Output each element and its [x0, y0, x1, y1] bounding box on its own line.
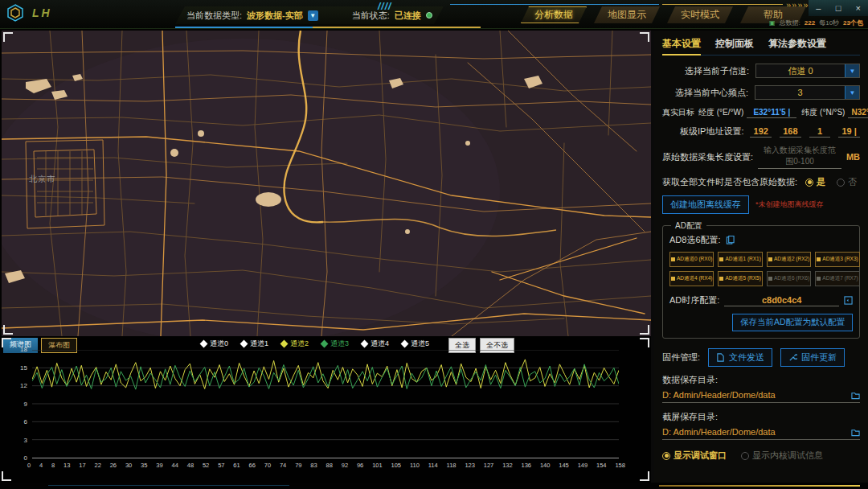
chevron-down-icon: ▼: [845, 64, 859, 77]
ad-group-title: AD配置: [671, 220, 706, 232]
ad-channel-button[interactable]: AD通道6 (RX6): [767, 271, 811, 286]
save-ad-row: 保存当前AD配置为默认配置: [669, 314, 853, 331]
plot-area[interactable]: [32, 350, 619, 458]
channel-label: 选择当前子信道:: [685, 65, 749, 77]
channel-square-icon: [817, 257, 821, 261]
y-tick-label: 6: [2, 418, 27, 425]
data-dir-label: 数据保存目录:: [662, 374, 860, 386]
target-label: 真实目标: [662, 107, 694, 118]
refresh-icon[interactable]: [844, 296, 853, 305]
x-tick-label: 61: [233, 462, 240, 469]
save-ad-config-button[interactable]: 保存当前AD配置为默认配置: [732, 314, 853, 331]
ad-timing-label: AD时序配置:: [669, 294, 719, 306]
file-send-label: 文件发送: [729, 351, 764, 364]
map-corner-bracket: [640, 325, 649, 335]
folder-icon[interactable]: [851, 428, 860, 437]
legend-label: 通道1: [250, 339, 268, 349]
ip-octet-input[interactable]: 192: [750, 126, 772, 138]
legend-item[interactable]: 通道4: [362, 339, 389, 349]
map-roads: [2, 31, 651, 336]
x-tick-label: 48: [187, 462, 194, 469]
firmware-row: 固件管理: 文件发送 固件更新: [662, 348, 860, 367]
x-tick-label: 57: [218, 462, 224, 469]
radio-no[interactable]: 否: [837, 176, 857, 188]
stats-rate-label: 每10秒: [819, 18, 839, 27]
radio-yes[interactable]: 是: [805, 176, 825, 188]
ip-octet-input[interactable]: 1: [809, 126, 831, 138]
freq-label: 选择当前中心频点:: [675, 87, 748, 99]
data-dir-row[interactable]: D: Admin/Header/Dome/data: [662, 388, 860, 403]
channel-square-icon: [768, 277, 772, 281]
x-tick-label: 136: [522, 462, 532, 469]
legend-item[interactable]: 通道1: [241, 339, 268, 349]
file-send-button[interactable]: 文件发送: [708, 348, 772, 367]
channel-square-icon: [817, 277, 821, 281]
channel-row: 选择当前子信道: 信道 0 ▼: [662, 64, 860, 78]
map-corner-bracket: [3, 32, 13, 42]
settings-tab[interactable]: 算法参数设置: [768, 37, 826, 51]
raw-length-input[interactable]: 输入数据采集长度范围0-100: [758, 145, 841, 169]
freq-select[interactable]: 3 ▼: [755, 85, 860, 100]
folder-icon[interactable]: [851, 391, 860, 400]
debug-window-radio[interactable]: 显示调试窗口: [662, 450, 727, 462]
ip-octet-input[interactable]: 168: [780, 126, 801, 138]
radio-unselected-icon: [837, 179, 845, 187]
radio-selected-icon: [805, 179, 813, 187]
x-tick-label: 132: [502, 462, 513, 469]
lon-label: 经度 (°E/°W): [698, 107, 743, 118]
data-type-dropdown-icon[interactable]: ▼: [308, 10, 318, 21]
include-raw-row: 获取全部文件时是否包含原始数据: 是 否: [662, 176, 860, 188]
ad-channel-label: AD通道7 (RX7): [822, 275, 858, 282]
ad-config-group: AD配置 AD8选6配置: AD通道0 (RX0)AD通道1 (RX1)AD通道…: [662, 225, 860, 339]
ip-octet-input[interactable]: 19 |: [838, 126, 860, 138]
deco-line-yellow: [662, 4, 783, 5]
nav-button[interactable]: 实时模式: [667, 6, 733, 23]
close-button[interactable]: ×: [851, 3, 866, 13]
clipboard-icon[interactable]: [726, 236, 735, 244]
lon-input[interactable]: E32°11'5 |: [747, 108, 796, 118]
ad-channel-button[interactable]: AD通道1 (RX1): [718, 252, 762, 267]
include-raw-label: 获取全部文件时是否包含原始数据:: [662, 176, 797, 188]
legend-label: 通道3: [330, 339, 349, 349]
ad-channel-button[interactable]: AD通道5 (RX5): [718, 271, 762, 286]
x-tick-label: 17: [79, 462, 85, 469]
freq-row: 选择当前中心频点: 3 ▼: [662, 85, 860, 100]
ad-channel-button[interactable]: AD通道0 (RX0): [669, 252, 714, 267]
ad-channel-label: AD通道3 (RX3): [822, 256, 858, 263]
x-tick-label: 22: [95, 462, 101, 469]
create-offline-map-button[interactable]: 创建地图离线缓存: [662, 195, 749, 214]
ad-channel-button[interactable]: AD通道7 (RX7): [815, 271, 859, 286]
app-logo: LH: [6, 4, 52, 22]
ad-timing-input[interactable]: c8d0c4c4: [724, 295, 839, 306]
legend-item[interactable]: 通道3: [321, 339, 349, 349]
kernel-debug-radio[interactable]: 显示内核调试信息: [741, 450, 823, 462]
ad-channel-button[interactable]: AD通道4 (RX4): [669, 271, 714, 286]
chart-corner-bracket: [640, 471, 649, 481]
channel-select[interactable]: 信道 0 ▼: [755, 64, 860, 78]
firmware-update-button[interactable]: 固件更新: [780, 348, 845, 367]
maximize-button[interactable]: □: [831, 3, 845, 13]
map-view[interactable]: 北京市: [2, 31, 651, 336]
nav-button[interactable]: 地图显示: [594, 6, 660, 23]
ad-channel-button[interactable]: AD通道2 (RX2): [767, 252, 811, 267]
waveform-svg: [32, 350, 619, 458]
map-corner-bracket: [3, 325, 13, 335]
legend-item[interactable]: 通道2: [281, 339, 309, 349]
bottom-deco-yellow: [659, 485, 860, 487]
ad-channel-label: AD通道0 (RX0): [677, 256, 712, 263]
screenshot-dir-row[interactable]: D: Admin/Header/Dome/data: [662, 425, 860, 440]
channel-square-icon: [768, 257, 772, 261]
settings-tab[interactable]: 基本设置: [662, 37, 701, 51]
legend-item[interactable]: 通道0: [201, 339, 228, 349]
radio-selected-icon: [662, 452, 670, 460]
minimize-button[interactable]: –: [811, 3, 825, 13]
bottom-deco-blue: [48, 485, 289, 486]
screenshot-dir-label: 截屏保存目录:: [662, 411, 860, 423]
ad-channel-button[interactable]: AD通道3 (RX3): [815, 252, 859, 267]
settings-tab[interactable]: 控制面板: [715, 37, 754, 51]
create-map-row: 创建地图离线缓存 *未创建地图离线缓存: [662, 195, 860, 214]
legend-item[interactable]: 通道5: [402, 339, 429, 349]
legend-diamond-icon: [321, 340, 329, 348]
nav-button[interactable]: 分析数据: [521, 6, 587, 23]
lat-input[interactable]: N32°11'5.56": [848, 108, 868, 118]
